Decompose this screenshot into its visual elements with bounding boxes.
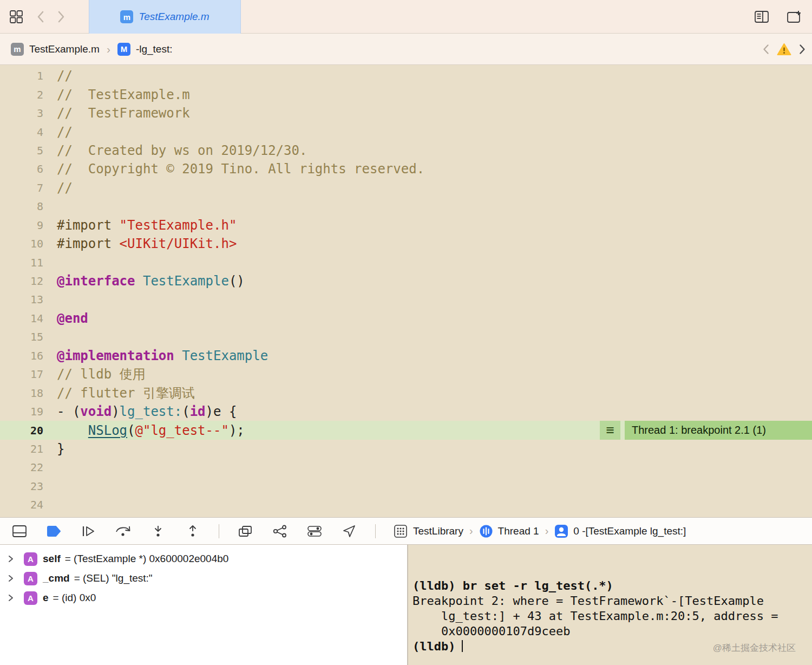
variable-kind-badge: A <box>24 591 37 605</box>
line-number[interactable]: 15 <box>0 330 43 343</box>
forward-chevron-icon[interactable] <box>57 10 65 23</box>
code-token: - ( <box>57 404 80 419</box>
back-chevron-icon[interactable] <box>37 10 44 23</box>
hide-debug-area-icon[interactable] <box>11 523 28 539</box>
code-text: // Copyright © 2019 Tino. All rights res… <box>57 161 424 177</box>
step-over-icon[interactable] <box>115 523 132 539</box>
code-token: // Copyright © 2019 Tino. All rights res… <box>57 161 424 177</box>
code-text: @interface TestExample() <box>57 273 245 289</box>
line-number[interactable]: 24 <box>0 498 43 511</box>
disclosure-chevron-icon[interactable] <box>8 575 24 582</box>
warning-icon[interactable] <box>777 43 791 56</box>
code-text: // Created by ws on 2019/12/30. <box>57 143 307 158</box>
code-line: 5// Created by ws on 2019/12/30. <box>0 141 812 160</box>
code-token: "TestExample.h" <box>120 218 237 233</box>
variable-row[interactable]: Aself= (TestExample *) 0x600002e004b0 <box>0 549 407 569</box>
continue-execution-icon[interactable] <box>80 523 97 539</box>
line-number[interactable]: 7 <box>0 181 43 194</box>
code-line: 2// TestExample.m <box>0 85 812 103</box>
target-label[interactable]: TestLibrary <box>413 525 463 537</box>
tab-overview-icon[interactable] <box>9 9 24 24</box>
xcode-window: m TestExample.m m TestExample.m › M -lg_… <box>0 0 812 665</box>
variable-row[interactable]: Ae= (id) 0x0 <box>0 588 407 608</box>
line-number[interactable]: 18 <box>0 387 43 400</box>
line-number[interactable]: 10 <box>0 237 43 250</box>
code-text: @end <box>57 311 88 326</box>
thread-icon <box>479 524 493 538</box>
environment-overrides-icon[interactable] <box>306 523 323 539</box>
variables-view: Aself= (TestExample *) 0x600002e004b0A_c… <box>0 545 407 665</box>
source-editor[interactable]: 1//2// TestExample.m3// TestFramework4//… <box>0 65 812 517</box>
code-line: 17// lldb 使用 <box>0 365 812 383</box>
line-number[interactable]: 20 <box>0 424 43 437</box>
debug-view-hierarchy-icon[interactable] <box>237 523 254 539</box>
disclosure-chevron-icon[interactable] <box>8 594 24 602</box>
variable-row[interactable]: A_cmd= (SEL) "lg_test:" <box>0 569 407 588</box>
breadcrumb-method-icon: M <box>117 43 130 56</box>
breakpoints-toggle-icon[interactable] <box>45 523 63 539</box>
line-number[interactable]: 6 <box>0 162 43 175</box>
line-number[interactable]: 23 <box>0 480 43 493</box>
line-number[interactable]: 16 <box>0 349 43 362</box>
line-number[interactable]: 5 <box>0 144 43 157</box>
line-number[interactable]: 12 <box>0 275 43 288</box>
code-line: 13 <box>0 290 812 309</box>
variable-value: = (TestExample *) 0x600002e004b0 <box>65 553 229 565</box>
line-number[interactable]: 3 <box>0 107 43 120</box>
code-line: 23 <box>0 477 812 496</box>
line-number[interactable]: 11 <box>0 256 43 269</box>
step-into-icon[interactable] <box>149 523 167 539</box>
jump-bar: m TestExample.m › M -lg_test: <box>0 34 812 65</box>
code-token: <UIKit/UIKit.h> <box>120 236 237 251</box>
editor-options-icon[interactable] <box>754 10 770 24</box>
code-text: #import "TestExample.h" <box>57 218 237 233</box>
tab-bar-left-controls <box>9 0 65 34</box>
code-line: 24 <box>0 496 812 514</box>
code-token: #import <box>57 218 120 233</box>
code-text: // lldb 使用 <box>57 366 146 383</box>
code-text: // <box>57 68 73 83</box>
console-text: 0x0000000107d9ceeb <box>412 624 570 638</box>
breadcrumb-file-name[interactable]: TestExample.m <box>29 43 100 55</box>
stack-frame-label[interactable]: 0 -[TestExample lg_test:] <box>573 525 686 537</box>
console-line: lg_test:] + 43 at TestExample.m:20:5, ad… <box>412 609 812 624</box>
code-token: TestExample <box>182 348 268 363</box>
line-number[interactable]: 9 <box>0 219 43 232</box>
thread-label[interactable]: Thread 1 <box>498 525 539 537</box>
code-token: void <box>80 404 112 419</box>
simulate-location-icon[interactable] <box>340 523 358 539</box>
issue-next-chevron-icon[interactable] <box>799 44 806 55</box>
debug-memory-graph-icon[interactable] <box>271 523 289 539</box>
code-token: ( <box>182 404 189 419</box>
variable-kind-badge: A <box>24 552 37 566</box>
jump-bar-right-controls <box>763 34 806 65</box>
code-line: 4// <box>0 122 812 141</box>
code-line: 1// <box>0 67 812 85</box>
code-line: 18// flutter 引擎调试 <box>0 383 812 402</box>
line-number[interactable]: 21 <box>0 442 43 455</box>
line-number[interactable]: 4 <box>0 126 43 139</box>
issue-previous-chevron-icon[interactable] <box>763 44 769 55</box>
code-token: id <box>190 404 206 419</box>
line-number[interactable]: 13 <box>0 293 43 306</box>
variable-value: = (id) 0x0 <box>53 592 96 604</box>
breadcrumb-symbol-name[interactable]: -lg_test: <box>136 43 173 55</box>
breakpoint-annotation[interactable]: Thread 1: breakpoint 2.1 (1) <box>625 421 812 439</box>
line-number[interactable]: 22 <box>0 461 43 474</box>
code-line: 8 <box>0 197 812 216</box>
line-number[interactable]: 1 <box>0 69 43 82</box>
variable-kind-badge: A <box>24 572 37 585</box>
code-token: @interface <box>57 273 143 289</box>
line-number[interactable]: 14 <box>0 312 43 325</box>
line-number[interactable]: 19 <box>0 405 43 418</box>
disclosure-chevron-icon[interactable] <box>8 555 24 563</box>
line-number[interactable]: 8 <box>0 200 43 213</box>
editor-tab[interactable]: m TestExample.m <box>89 0 241 34</box>
line-number[interactable]: 17 <box>0 368 43 381</box>
step-out-icon[interactable] <box>184 523 201 539</box>
code-token: // lldb 使用 <box>57 367 146 382</box>
code-token: () <box>229 273 245 289</box>
instruction-pointer-marker[interactable]: ≡ <box>600 421 620 439</box>
line-number[interactable]: 2 <box>0 88 43 101</box>
add-editor-icon[interactable] <box>786 10 802 24</box>
